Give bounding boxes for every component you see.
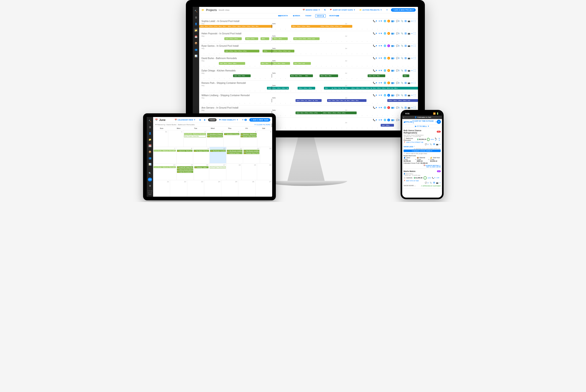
chart-icon[interactable]: 📊	[194, 54, 198, 58]
calendar-day[interactable]: 5🔒 Electrical - Bathroom🔒 Shower Valve R…	[240, 130, 257, 147]
schedule-bar[interactable]: start9hrs27hrs27hrs27hrs	[296, 112, 322, 114]
project-actions[interactable]: 📞▼✉▼🌐●👥1💬2📎🖼📷≡⛶	[373, 32, 416, 35]
project-name[interactable]: Helen Popovski - In Ground Pool Install	[201, 32, 241, 35]
schedule-bar[interactable]: 9hrs	[304, 74, 313, 77]
schedule-bar[interactable]: start12hrs⚑13hrs⚑6hrs	[296, 99, 322, 102]
add-task-button[interactable]: + ADD A NEW TASK	[249, 118, 270, 122]
today-button[interactable]: TODAY	[208, 118, 217, 121]
calendar-day[interactable]: 26	[238, 180, 255, 197]
calendar-day[interactable]: 16🔒 Painting - Labor	[194, 164, 209, 180]
schedule-bar[interactable]: 27hrs27hrs27hrs27hrsend	[320, 25, 352, 28]
chart-icon[interactable]: 📊	[148, 162, 152, 166]
schedule-bar[interactable]: 1hrs2hrs9hrs	[368, 74, 385, 77]
calendar-event[interactable]: 🔒 Shower Valve Replac	[241, 135, 257, 138]
calendar-event[interactable]: 🔒 Demolition & Dispos	[224, 133, 239, 135]
schedule-bar[interactable]: start8hrs10hrs18hrs	[219, 62, 245, 65]
project-actions[interactable]: 📞▼✉▼🌐●👥1💬2📎🖼📷≡⛶	[373, 69, 416, 72]
calendar-day[interactable]: 14David Burke - Bathroom Remodels	[153, 164, 176, 180]
box-icon[interactable]: 📦	[194, 41, 198, 45]
project-name[interactable]: David Burke - Bathroom Remodels	[201, 57, 237, 60]
project-actions[interactable]: 📞▼✉▼🌐●👥1💬2📎🖼📷≡⛶	[373, 94, 416, 97]
project-name[interactable]: Dylan Ortega - Kitchen Remodels	[201, 70, 236, 72]
today-button[interactable]: TODAY	[304, 14, 313, 18]
event-span[interactable]: David Burke - Bathroom Remodels	[154, 166, 176, 168]
project-actions[interactable]: 📞▼✉▼🌐●👥1💬2📎🖼📷≡⛶	[373, 57, 416, 60]
calendar-day[interactable]: 15🔒 Install 3/8" Heavy Fra🔒 Sink & Fauce…	[176, 164, 194, 180]
calendar-day[interactable]: 13	[260, 147, 272, 164]
calendar-day[interactable]: 24	[204, 180, 221, 197]
add-day-row[interactable]: ++++++++++++++++++++++++++++++++++++++++…	[199, 90, 418, 92]
show-less-button[interactable]: SHOW LESS ⌃	[404, 146, 441, 148]
schedule-bar[interactable]: start27hrs27hrs	[224, 37, 242, 40]
calendar-day[interactable]: 19	[242, 164, 257, 180]
project-name[interactable]: Ryan Santos - In Ground Pool Install	[201, 45, 238, 47]
calendar-event[interactable]: 🔒 Electrical - Bathroom	[177, 150, 192, 152]
schedule-bar[interactable]: 27hrsend	[306, 37, 319, 40]
meeting-link[interactable]: 📅 ESTIMATE MEETING ▼MAY 15, 2020 4:00 PM	[404, 165, 441, 168]
settings-icon[interactable]: ⚙	[148, 184, 152, 188]
user-icon[interactable]: 👤	[194, 22, 198, 26]
call-icon[interactable]: 📞▼	[435, 138, 438, 141]
calendar-event[interactable]: 🔒 Work Area Protection	[207, 135, 223, 138]
project-actions[interactable]: 📞▼✉▼🌐●👥1💬2📎🖼📷≡⛶	[373, 20, 416, 22]
view-dropdown[interactable]: 📅 MONTH VIEW ▼	[301, 8, 321, 12]
calendar-day[interactable]: 7David Burke - Bathroom Remodels	[153, 147, 176, 164]
schedule-bar[interactable]: 9hrs9hrs9hrs	[320, 74, 338, 77]
calendar-day[interactable]: 10🔒 Tile Shower Installati	[210, 147, 226, 164]
show-more-button[interactable]: SHOW MORE ⌄	[404, 184, 416, 187]
box-icon[interactable]: 📦	[148, 150, 152, 154]
event-span[interactable]: David Burke - Bathroom Remodels	[154, 150, 176, 152]
calendar-event[interactable]: 🔒 Install 3/8" Heavy Fra	[177, 166, 193, 168]
calendar-event[interactable]: 🔒 Template Heavy Fran	[244, 152, 260, 154]
team-icon[interactable]: 👥	[148, 156, 152, 160]
schedule-bar[interactable]: 18hrs18hrs	[272, 37, 288, 40]
calendar-day[interactable]: 6	[257, 130, 272, 147]
project-actions[interactable]: 📞▼✉▼🌐●👥1💬2📎🖼📷≡⛶	[373, 106, 416, 109]
email-icon[interactable]: ✉▼	[439, 138, 441, 141]
calendar-day[interactable]: 2David Burke - Bathroom RemodelsStart Pr…	[184, 130, 207, 147]
back-icon[interactable]: ‹	[403, 116, 404, 118]
month-fwd-button[interactable]: MONTH ▶▶	[328, 14, 341, 18]
filter-count[interactable]: ▼ 1	[241, 118, 248, 121]
calendar-day[interactable]: 25	[221, 180, 238, 197]
view-dropdown[interactable]: 📅 CALENDAR VIEW ▼	[173, 118, 197, 121]
calendar-day[interactable]: 23	[187, 180, 204, 197]
schedule-bar[interactable]: 1hrs	[403, 74, 409, 77]
next-button[interactable]: ▶	[203, 118, 207, 121]
schedule-bar[interactable]: start10hrs10hrs16hrs⚑14hrs	[267, 87, 289, 90]
sort-icon[interactable]: ⇅	[323, 8, 327, 12]
calendar-day[interactable]: 12🔒 Tile Shower Installati🔒 Template Hea…	[243, 147, 260, 164]
pipeline-link[interactable]: PIPELINE	[405, 121, 413, 123]
search-icon[interactable]: 🔍	[148, 172, 152, 175]
checklist-icon[interactable]: ☰	[194, 16, 198, 19]
project-actions[interactable]: 📞▼✉▼🌐●👥1💬2📎🖼📷≡⛶	[373, 82, 416, 84]
user-icon[interactable]: 👤	[148, 132, 152, 135]
project-name[interactable]: William Lindberg - Shipping Container Re…	[201, 94, 250, 97]
add-day-row[interactable]: ++++++++++++++++++++++++++++++++++++++++…	[199, 102, 418, 105]
filter-icon[interactable]: ▼	[435, 121, 437, 123]
calendar-day[interactable]: 31	[153, 130, 168, 147]
call-icon[interactable]: 📞▼	[432, 177, 436, 179]
projects-icon[interactable]: 📁	[194, 28, 198, 32]
schedule-bar[interactable]: 18hrs	[260, 37, 269, 40]
schedule-bar[interactable]: 3hrs9hrsend	[293, 62, 311, 65]
month-back-button[interactable]: ◀◀ MONTH	[277, 14, 289, 18]
projects-icon[interactable]: 📁	[148, 138, 152, 141]
calendar-event[interactable]: 🔒 Tile Shower Installati	[227, 150, 242, 152]
schedule-bar[interactable]: 18hrs27hrs18hrs27hrs27hrs9hrs9hrs	[227, 25, 273, 28]
calendar-event[interactable]: 🔒 Sink & Faucet Hook U	[177, 168, 193, 170]
calendar-day[interactable]: 1	[168, 130, 183, 147]
resend-button[interactable]: ↻ RESEND CHANGE ORDER ▼	[404, 150, 441, 152]
sort-dropdown[interactable]: 🚩 SORT BY START DATE ▼	[329, 8, 356, 12]
calendar-event[interactable]: End Project: David Burk	[210, 166, 226, 168]
calendar-event[interactable]: 🔒 Tile Master Shower I	[194, 150, 209, 152]
project-name[interactable]: Sophia Lukáč - In Ground Pool Install	[201, 20, 239, 22]
schedule-bar[interactable]: start23hrs	[381, 124, 394, 126]
calendar-event[interactable]: 🔒 Electrical - Bathroom	[241, 133, 257, 135]
schedule-bar[interactable]: 5hrs9hrs9hrs2hrs⚑6hrs19hrs9hrs	[327, 99, 367, 102]
lead-card[interactable]: Marie MatosCV 👤 Marie Matos 7 follow ups…	[402, 169, 442, 189]
calendar-day[interactable]: 18	[226, 164, 242, 180]
add-project-button[interactable]: + ADD A NEW PROJECT	[391, 8, 416, 12]
note-input[interactable]: Add a note to this project lead	[406, 153, 427, 154]
calendar-icon[interactable]: 📅	[148, 144, 152, 148]
